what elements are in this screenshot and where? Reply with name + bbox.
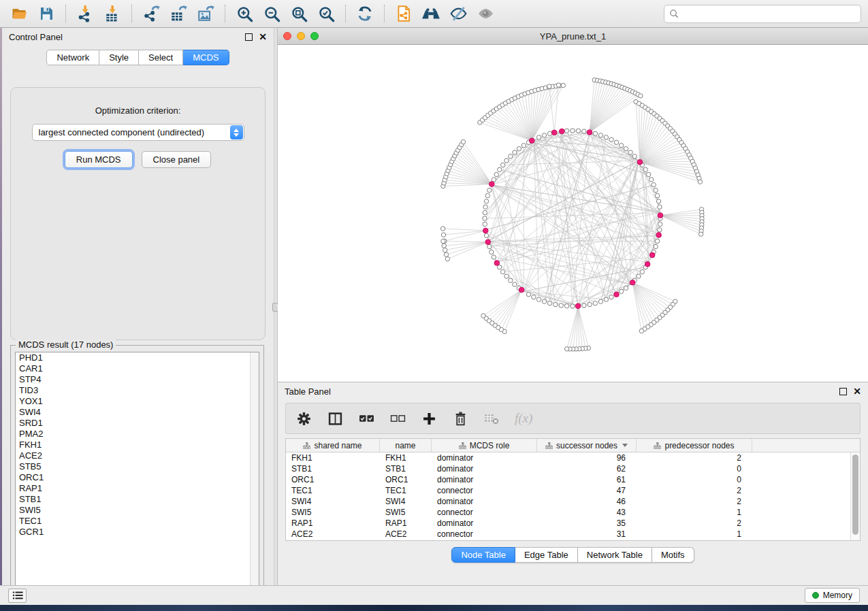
show-all-icon[interactable] [474, 3, 497, 24]
graph-node[interactable] [655, 239, 659, 243]
graph-node[interactable] [509, 154, 513, 159]
graph-node[interactable] [561, 83, 565, 87]
graph-node[interactable] [658, 222, 662, 226]
mcds-result-item[interactable]: TID3 [16, 385, 259, 396]
graph-node[interactable] [461, 139, 465, 144]
graph-node[interactable] [632, 154, 637, 159]
graph-node[interactable] [500, 269, 504, 274]
graph-node[interactable] [445, 257, 449, 261]
graph-node[interactable] [441, 233, 445, 237]
graph-mcds-node[interactable] [658, 213, 663, 218]
new-network-from-selection-icon[interactable] [392, 3, 415, 24]
graph-mcds-node[interactable] [656, 233, 662, 238]
graph-mcds-node[interactable] [485, 240, 491, 245]
mcds-result-item[interactable]: ORC1 [16, 472, 259, 483]
graph-node[interactable] [498, 167, 502, 171]
graph-node[interactable] [484, 233, 488, 237]
graph-node[interactable] [483, 210, 487, 214]
table-row[interactable]: STB1STB1dominator620 [286, 463, 850, 474]
graph-node[interactable] [500, 163, 504, 167]
graph-node[interactable] [547, 84, 551, 88]
tab-network-table[interactable]: Network Table [578, 547, 652, 563]
close-panel-button[interactable]: Close panel [142, 151, 212, 168]
search-input[interactable] [664, 5, 861, 23]
graph-node[interactable] [494, 172, 498, 176]
graph-node[interactable] [639, 94, 643, 98]
export-network-icon[interactable] [140, 3, 163, 24]
graph-node[interactable] [536, 135, 541, 139]
graph-node[interactable] [532, 295, 536, 299]
graph-node[interactable] [637, 274, 641, 278]
table-scrollbar[interactable] [850, 452, 860, 540]
column-header-predecessor-nodes[interactable]: predecessor nodes [637, 439, 752, 452]
graph-node[interactable] [619, 144, 623, 148]
graph-mcds-node[interactable] [559, 129, 564, 134]
mcds-result-item[interactable]: STP4 [16, 374, 259, 385]
search-network-icon[interactable] [419, 3, 443, 24]
graph-node[interactable] [564, 304, 568, 308]
graph-node[interactable] [509, 278, 513, 282]
graph-node[interactable] [576, 129, 580, 133]
graph-node[interactable] [582, 129, 586, 133]
table-row[interactable]: SWI4SWI4dominator462 [286, 496, 850, 507]
memory-button[interactable]: Memory [805, 588, 860, 603]
graph-node[interactable] [649, 178, 653, 182]
graph-node[interactable] [570, 304, 575, 308]
graph-node[interactable] [485, 193, 489, 197]
graph-node[interactable] [643, 167, 647, 171]
graph-node[interactable] [598, 133, 602, 137]
graph-node[interactable] [598, 299, 602, 303]
graph-mcds-node[interactable] [587, 130, 592, 135]
graph-node[interactable] [654, 188, 658, 192]
delete-table-icon[interactable] [483, 410, 500, 427]
tab-mcds[interactable]: MCDS [183, 50, 229, 65]
mcds-result-item[interactable]: PHD1 [16, 352, 259, 363]
mcds-result-list[interactable]: PHD1CAR1STP4TID3YOX1SWI4SRD1PMA2FKH1ACE2… [15, 352, 259, 595]
mcds-result-item[interactable]: SRD1 [16, 418, 259, 429]
graph-node[interactable] [619, 289, 623, 293]
select-all-icon[interactable] [358, 410, 374, 427]
graph-node[interactable] [593, 131, 597, 135]
graph-mcds-node[interactable] [614, 292, 620, 297]
graph-mcds-node[interactable] [529, 138, 534, 144]
table-row[interactable]: YOX1YOX1connector291 [286, 540, 850, 540]
mcds-result-item[interactable]: SWI4 [16, 407, 259, 418]
table-row[interactable]: FKH1FKH1dominator962 [286, 452, 850, 463]
column-header-shared-name[interactable]: shared name [286, 439, 380, 452]
graph-node[interactable] [513, 282, 517, 286]
table-row[interactable]: TEC1TEC1connector472 [286, 485, 850, 496]
hide-selection-icon[interactable] [447, 3, 470, 24]
graph-node[interactable] [483, 205, 487, 209]
graph-node[interactable] [481, 314, 485, 318]
mcds-result-item[interactable]: FKH1 [16, 440, 259, 450]
graph-node[interactable] [526, 293, 530, 297]
mcds-result-item[interactable]: CAR1 [16, 363, 259, 374]
graph-node[interactable] [517, 146, 521, 150]
graph-node[interactable] [504, 274, 509, 278]
tab-edge-table[interactable]: Edge Table [515, 547, 578, 563]
graph-node[interactable] [556, 83, 560, 87]
table-row[interactable]: ORC1ORC1dominator610 [286, 474, 850, 485]
graph-node[interactable] [443, 248, 447, 252]
graph-node[interactable] [655, 193, 659, 197]
graph-node[interactable] [658, 205, 662, 209]
graph-node[interactable] [492, 255, 496, 259]
graph-mcds-node[interactable] [630, 280, 635, 285]
mcds-result-item[interactable]: STB1 [16, 494, 259, 505]
graph-node[interactable] [656, 199, 660, 203]
save-session-icon[interactable] [35, 3, 58, 24]
mcds-list-scrollbar[interactable] [250, 352, 259, 594]
graph-node[interactable] [513, 150, 517, 154]
graph-mcds-node[interactable] [489, 182, 494, 187]
show-panels-menu-icon[interactable] [8, 589, 27, 603]
graph-node[interactable] [628, 150, 632, 154]
column-header-mcds-role[interactable]: MCDS role [432, 439, 537, 452]
mcds-result-item[interactable]: YOX1 [16, 396, 259, 407]
network-canvas[interactable] [278, 45, 868, 382]
table-row[interactable]: SWI5SWI5connector431 [286, 507, 850, 518]
graph-node[interactable] [582, 303, 586, 308]
graph-mcds-node[interactable] [575, 303, 581, 309]
graph-node[interactable] [639, 329, 643, 333]
graph-mcds-node[interactable] [494, 261, 500, 266]
graph-node[interactable] [654, 244, 658, 248]
